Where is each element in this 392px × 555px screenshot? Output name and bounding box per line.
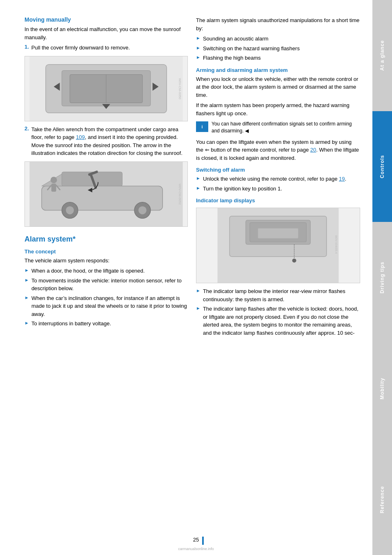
concept-bullet-3: ► When the car’s inclination changes, fo… (24, 294, 188, 318)
concept-bullet-list: ► When a door, the hood, or the liftgate… (24, 267, 188, 328)
sidebar-tab-driving-tips[interactable]: Driving tips (372, 222, 392, 333)
alarm-arrow-2: ► (196, 45, 200, 50)
sidebar-tab-at-a-glance[interactable]: At a glance (372, 0, 392, 111)
svg-rect-20 (51, 184, 56, 192)
page-container: Moving manually In the event of an elect… (0, 0, 392, 555)
svg-text:W0V-CM-0050: W0V-CM-0050 (178, 78, 182, 99)
page-number: 25 (193, 537, 199, 543)
arming-text-1: When you lock or unlock the vehicle, eit… (196, 75, 360, 99)
svg-point-19 (51, 177, 57, 183)
bullet-arrow-3: ► (24, 295, 29, 300)
sunroof-svg-2: W0V-CM-0052 (25, 162, 187, 226)
alarm-signal-3: ► Flashing the high beams (196, 54, 360, 62)
step-1: 1. Pull the cover firmly downward to rem… (24, 44, 188, 52)
main-content: Moving manually In the event of an elect… (0, 0, 372, 555)
svg-point-14 (66, 206, 74, 214)
step-2-text: Take the Allen wrench from the compartme… (31, 125, 188, 157)
note-svg: i (196, 122, 208, 131)
alarm-arrow-1: ► (196, 36, 200, 40)
indicator-1-text: The indicator lamp below the interior re… (203, 287, 360, 303)
sunroof-diagram-2: W0V-CM-0052 (24, 161, 188, 227)
sidebar-tab-reference[interactable]: Reference (372, 444, 392, 555)
switching-off-2-text: Turn the ignition key to position 1. (203, 185, 282, 193)
sidebar-tab-mobility-label: Mobility (379, 378, 385, 399)
alarm-signal-1: ► Sounding an acoustic alarm (196, 35, 360, 43)
arming-text-3: You can open the liftgate even when the … (196, 138, 360, 162)
concept-bullet-1-text: When a door, the hood, or the liftgate i… (31, 267, 145, 275)
moving-manually-intro: In the event of an electrical malfunctio… (24, 25, 188, 41)
sidebar-tab-at-a-glance-label: At a glance (379, 40, 385, 71)
sunroof-diagram-1: W0V-CM-0050 (24, 56, 188, 121)
indicator-arrow-1: ► (196, 288, 200, 293)
right-column: The alarm system signals unauthorized ma… (196, 16, 360, 539)
note-icon: i (196, 121, 208, 132)
alarm-signal-2-text: Switching on the hazard warning flashers (203, 45, 300, 53)
concept-bullet-2: ► To movements inside the vehicle: inter… (24, 277, 188, 293)
alarm-signal-1-text: Sounding an acoustic alarm (203, 35, 268, 43)
page-link-19: 19 (339, 176, 345, 182)
arming-note-box: i You can have different confirmation si… (196, 121, 360, 135)
alarm-system-heading: Alarm system* (24, 235, 188, 244)
step-2-num: 2. (24, 125, 29, 157)
page-line (202, 537, 204, 545)
sidebar-tab-reference-label: Reference (379, 486, 385, 513)
alarm-signal-2: ► Switching on the hazard warning flashe… (196, 45, 360, 53)
step-2: 2. Take the Allen wrench from the compar… (24, 125, 188, 157)
svg-text:W0V-CM-0052: W0V-CM-0052 (178, 184, 182, 205)
alarm-signals-intro: The alarm system signals unauthorized ma… (196, 16, 360, 32)
concept-bullet-2-text: To movements inside the vehicle: interio… (31, 277, 188, 293)
bottom-watermark: carmanualsonline.info (178, 547, 214, 551)
moving-manually-heading: Moving manually (24, 16, 188, 23)
switching-off-bullets: ► Unlock the vehicle using the remote co… (196, 175, 360, 192)
alarm-signals-bullets: ► Sounding an acoustic alarm ► Switching… (196, 35, 360, 62)
switching-off-heading: Switching off alarm (196, 167, 360, 173)
step-1-text: Pull the cover firmly downward to remove… (31, 44, 130, 52)
sidebar-tab-controls-label: Controls (379, 155, 385, 178)
arming-heading: Arming and disarming alarm system (196, 67, 360, 73)
step-1-num: 1. (24, 44, 29, 52)
bullet-arrow-1: ► (24, 268, 29, 273)
switching-off-2: ► Turn the ignition key to position 1. (196, 185, 360, 193)
indicator-lamp-heading: Indicator lamp displays (196, 197, 360, 204)
the-concept-intro: The vehicle alarm system responds: (24, 257, 188, 265)
sunroof-svg-1: W0V-CM-0050 (25, 56, 187, 121)
switching-off-1: ► Unlock the vehicle using the remote co… (196, 175, 360, 183)
alarm-arrow-3: ► (196, 55, 200, 60)
arming-text-2: If the alarm system has been properly ar… (196, 101, 360, 117)
svg-text:W0V-V04/05-4: W0V-V04/05-4 (335, 235, 338, 254)
switch-arrow-2: ► (196, 186, 200, 190)
bullet-arrow-2: ► (24, 278, 29, 282)
the-concept-heading: The concept (24, 248, 188, 255)
concept-bullet-1: ► When a door, the hood, or the liftgate… (24, 267, 188, 275)
switch-arrow-1: ► (196, 176, 200, 181)
indicator-lamp-svg: W0V-V04/05-4 (196, 208, 360, 283)
concept-bullet-4-text: To interruptions in battery voltage. (31, 320, 111, 328)
sidebar-tab-driving-tips-label: Driving tips (379, 262, 385, 293)
indicator-2: ► The indicator lamp flashes after the v… (196, 305, 360, 337)
indicator-lamp-diagram: W0V-V04/05-4 (196, 208, 360, 283)
concept-bullet-4: ► To interruptions in battery voltage. (24, 320, 188, 328)
page-link-109: 109 (76, 134, 85, 140)
page-link-20: 20 (310, 147, 316, 153)
switching-off-1-text: Unlock the vehicle using the remote cont… (203, 175, 346, 183)
concept-bullet-3-text: When the car’s inclination changes, for … (31, 294, 188, 318)
svg-rect-30 (258, 228, 298, 239)
sidebar-tab-controls[interactable]: Controls (372, 111, 392, 222)
bullet-arrow-4: ► (24, 320, 29, 325)
indicator-arrow-2: ► (196, 306, 200, 311)
indicator-2-text: The indicator lamp flashes after the veh… (203, 305, 360, 337)
left-column: Moving manually In the event of an elect… (24, 16, 188, 539)
sidebar-tab-mobility[interactable]: Mobility (372, 333, 392, 444)
svg-point-16 (138, 206, 147, 214)
svg-text:i: i (201, 124, 203, 129)
svg-point-31 (292, 259, 296, 263)
alarm-signal-3-text: Flashing the high beams (203, 54, 261, 62)
indicator-1: ► The indicator lamp below the interior … (196, 287, 360, 303)
sidebar: At a glance Controls Driving tips Mobili… (372, 0, 392, 555)
arming-note-text: You can have different confirmation sign… (212, 121, 360, 135)
